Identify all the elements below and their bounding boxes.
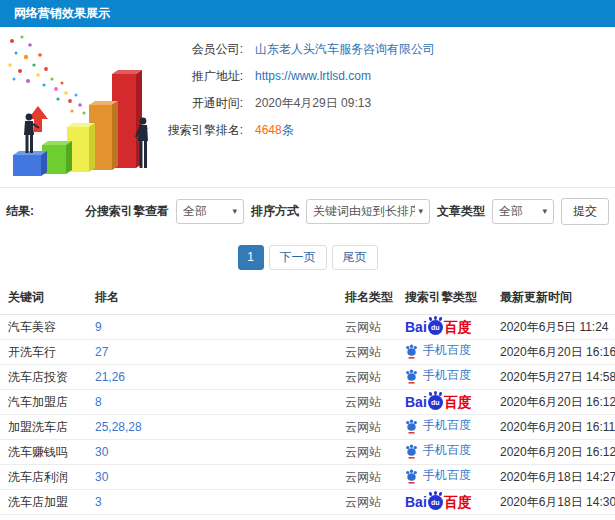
baidu-logo-du: du xyxy=(431,499,440,506)
rank-cell: 8 xyxy=(87,390,337,415)
engine-cell: Baidu百度 xyxy=(397,315,492,340)
rank-cell: 9 xyxy=(87,315,337,340)
rank-type-cell: 云网站 xyxy=(337,440,397,465)
column-header: 关键词 xyxy=(0,279,87,315)
baidu-logo-cn: 百度 xyxy=(444,395,472,409)
updated-cell: 2020年6月20日 16:12 xyxy=(492,390,615,415)
engine-select-value: 全部 xyxy=(183,203,229,220)
baidu-logo-bai: Bai xyxy=(405,320,427,334)
next-page-button[interactable]: 下一页 xyxy=(269,245,327,270)
updated-cell: 2020年6月20日 16:16 xyxy=(492,340,615,365)
baidu-paw-icon: du xyxy=(428,320,443,335)
sort-select[interactable]: 关键词由短到长排序 ▾ xyxy=(306,199,430,224)
baidu-logo-bai: Bai xyxy=(405,495,427,509)
info-field-row: 搜索引擎排名:4648条 xyxy=(125,122,435,136)
page-1-button[interactable]: 1 xyxy=(238,245,264,270)
rank-type-cell: 云网站 xyxy=(337,490,397,515)
table-row: 加盟洗车店25,28,28云网站手机百度2020年6月20日 16:11 xyxy=(0,415,615,440)
column-header: 最新更新时间 xyxy=(492,279,615,315)
keyword-cell: 洗车店利润 xyxy=(0,465,87,490)
table-row: 洗车店利润30云网站手机百度2020年6月18日 14:27 xyxy=(0,465,615,490)
paw-toe-dot xyxy=(428,392,432,397)
page-title: 网络营销效果展示 xyxy=(14,5,110,22)
rank-type-cell: 云网站 xyxy=(337,315,397,340)
table-row: 汽车美容9云网站Baidu百度2020年6月5日 11:24 xyxy=(0,315,615,340)
info-field-row: 会员公司:山东老人头汽车服务咨询有限公司 xyxy=(125,41,435,55)
paw-toe-dot xyxy=(438,392,442,397)
keyword-cell: 洗车店加盟 xyxy=(0,490,87,515)
article-type-label: 文章类型 xyxy=(437,203,485,220)
baidu-logo-du: du xyxy=(431,399,440,406)
baidu-logo-bai: Bai xyxy=(405,395,427,409)
table-row: 开洗车行27云网站手机百度2020年6月20日 16:16 xyxy=(0,340,615,365)
updated-cell: 2020年6月18日 14:27 xyxy=(492,465,615,490)
submit-button[interactable]: 提交 xyxy=(561,198,609,225)
mobile-baidu-paw-icon xyxy=(405,468,418,484)
mobile-baidu-paw-icon xyxy=(405,343,418,359)
baidu-logo: Baidu百度 xyxy=(405,319,472,334)
paw-toe-dot xyxy=(434,391,437,395)
filter-bar: 结果: 分搜索引擎查看 全部 ▾ 排序方式 关键词由短到长排序 ▾ 文章类型 全… xyxy=(0,187,615,234)
info-section: 会员公司:山东老人头汽车服务咨询有限公司推广地址:https://www.lrt… xyxy=(0,27,615,187)
info-field-label: 搜索引擎排名: xyxy=(125,122,243,139)
engine-cell: 手机百度 xyxy=(397,415,492,440)
paw-toe-dot xyxy=(434,491,437,495)
chevron-down-icon: ▾ xyxy=(232,206,237,216)
mobile-baidu-label: 手机百度 xyxy=(423,342,471,359)
keyword-cell: 汽车加盟店 xyxy=(0,390,87,415)
mobile-baidu-logo: 手机百度 xyxy=(405,467,471,484)
mobile-baidu-label: 手机百度 xyxy=(423,417,471,434)
article-type-select[interactable]: 全部 ▾ xyxy=(492,199,554,224)
keyword-cell: 洗车店投资 xyxy=(0,365,87,390)
keyword-cell: 洗车赚钱吗 xyxy=(0,440,87,465)
info-field-value[interactable]: https://www.lrtlsd.com xyxy=(255,69,371,83)
baidu-logo: Baidu百度 xyxy=(405,494,472,509)
baidu-logo: Baidu百度 xyxy=(405,394,472,409)
confetti-dots xyxy=(8,35,85,114)
column-header: 排名类型 xyxy=(337,279,397,315)
engine-cell: 手机百度 xyxy=(397,340,492,365)
info-field-value: 2020年4月29日 09:13 xyxy=(255,96,371,110)
title-bar: 网络营销效果展示 xyxy=(0,0,615,27)
baidu-paw-icon: du xyxy=(428,495,443,510)
mobile-baidu-paw-icon xyxy=(405,368,418,384)
baidu-paw-icon: du xyxy=(428,395,443,410)
mobile-baidu-paw-icon xyxy=(405,418,418,434)
page: 网络营销效果展示 xyxy=(0,0,615,515)
rank-cell: 25,28,28 xyxy=(87,415,337,440)
updated-cell: 2020年6月20日 16:12 xyxy=(492,440,615,465)
info-fields: 会员公司:山东老人头汽车服务咨询有限公司推广地址:https://www.lrt… xyxy=(125,41,435,149)
baidu-logo-cn: 百度 xyxy=(444,495,472,509)
paw-toe-dot xyxy=(434,316,437,320)
mobile-baidu-label: 手机百度 xyxy=(423,367,471,384)
engine-cell: Baidu百度 xyxy=(397,490,492,515)
rank-type-cell: 云网站 xyxy=(337,415,397,440)
results-label: 结果: xyxy=(6,203,34,220)
updated-cell: 2020年5月27日 14:58 xyxy=(492,365,615,390)
table-row: 洗车店加盟3云网站Baidu百度2020年6月18日 14:30 xyxy=(0,490,615,515)
info-field-row: 推广地址:https://www.lrtlsd.com xyxy=(125,68,435,82)
keyword-rank-table: 关键词排名排名类型搜索引擎类型最新更新时间 汽车美容9云网站Baidu百度202… xyxy=(0,279,615,515)
article-select-value: 全部 xyxy=(499,203,539,220)
table-row: 洗车赚钱吗30云网站手机百度2020年6月20日 16:12 xyxy=(0,440,615,465)
table-header-row: 关键词排名排名类型搜索引擎类型最新更新时间 xyxy=(0,279,615,315)
info-field-label: 开通时间: xyxy=(125,95,243,112)
pagination: 1 下一页 尾页 xyxy=(0,234,615,279)
last-page-button[interactable]: 尾页 xyxy=(332,245,378,270)
keyword-cell: 汽车美容 xyxy=(0,315,87,340)
engine-filter-label: 分搜索引擎查看 xyxy=(85,203,169,220)
column-header: 排名 xyxy=(87,279,337,315)
mobile-baidu-logo: 手机百度 xyxy=(405,417,471,434)
engine-cell: 手机百度 xyxy=(397,440,492,465)
rank-cell: 30 xyxy=(87,465,337,490)
keyword-cell: 加盟洗车店 xyxy=(0,415,87,440)
sort-filter-label: 排序方式 xyxy=(251,203,299,220)
sort-select-value: 关键词由短到长排序 xyxy=(313,203,415,220)
table-row: 汽车加盟店8云网站Baidu百度2020年6月20日 16:12 xyxy=(0,390,615,415)
baidu-logo-du: du xyxy=(431,324,440,331)
engine-cell: Baidu百度 xyxy=(397,390,492,415)
info-field-value[interactable]: 山东老人头汽车服务咨询有限公司 xyxy=(255,42,435,56)
column-header: 搜索引擎类型 xyxy=(397,279,492,315)
info-field-row: 开通时间:2020年4月29日 09:13 xyxy=(125,95,435,109)
engine-select[interactable]: 全部 ▾ xyxy=(176,199,244,224)
